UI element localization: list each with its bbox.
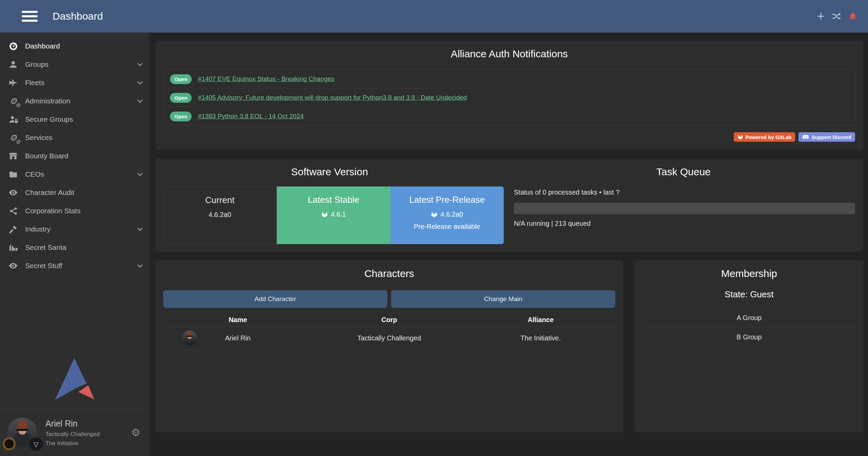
membership-groups: A Group B Group: [635, 308, 864, 347]
gifts-icon: [7, 242, 19, 253]
status-badge: Open: [170, 93, 192, 103]
version-number: 4.6.1: [331, 211, 346, 218]
sidebar-item-fleets[interactable]: Fleets: [0, 74, 149, 92]
characters-table-header: Name Corp Alliance: [162, 313, 616, 326]
software-version-section: Software Version Current 4.6.2a0 Latest …: [155, 159, 504, 252]
user-settings-gear-icon[interactable]: ⚙: [131, 428, 140, 438]
version-box-header: Current: [163, 195, 276, 205]
sidebar-item-label: Character Audit: [25, 189, 74, 197]
folder-icon: [7, 168, 19, 180]
sidebar-item-secret-stuff[interactable]: Secret Stuff: [0, 257, 149, 275]
sidebar-menu: Dashboard Groups Fleets ⚙⚙ Administratio…: [0, 33, 149, 275]
sidebar-item-label: CEOs: [25, 170, 44, 178]
sidebar-item-character-audit[interactable]: Character Audit: [0, 183, 149, 202]
menu-toggle-button[interactable]: [22, 11, 38, 22]
gitlab-icon: [431, 211, 438, 218]
top-navbar: Dashboard: [0, 0, 868, 33]
hammer-icon: [7, 223, 19, 235]
gears-icon: ⚙⚙: [7, 132, 19, 143]
user-info: Ariel Rin Tactically Challenged The Init…: [45, 419, 100, 447]
sidebar-item-label: Dashboard: [25, 42, 60, 50]
discord-badge-label: Support Discord: [811, 134, 851, 140]
column-header-corp: Corp: [313, 316, 465, 324]
share-nodes-icon: [7, 205, 19, 217]
characters-title: Characters: [155, 260, 623, 279]
character-alliance: The Initiative.: [465, 334, 616, 342]
notification-item: Open #1405 Advisory: Future development …: [163, 88, 855, 107]
membership-state: State: Guest: [635, 289, 864, 300]
gears-icon: ⚙⚙: [7, 95, 19, 107]
sidebar-item-label: Services: [25, 134, 53, 142]
gitlab-badge-label: Powered by GitLab: [746, 134, 792, 140]
sidebar-item-bounty-board[interactable]: Bounty Board: [0, 147, 149, 165]
character-row: Ariel Rin Tactically Challenged The Init…: [162, 326, 616, 350]
character-corp: Tactically Challenged: [313, 334, 465, 342]
notifications-panel: Alliance Auth Notifications Open #1407 E…: [155, 41, 863, 150]
sidebar-item-services[interactable]: ⚙⚙ Services: [0, 128, 149, 147]
user-lock-icon: [7, 114, 19, 125]
sidebar-item-dashboard[interactable]: Dashboard: [0, 37, 149, 55]
task-queue-section: Task Queue Status of 0 processed tasks •…: [504, 159, 863, 252]
version-number: 4.6.2a0: [209, 211, 231, 219]
chevron-down-icon: [136, 97, 144, 105]
status-badge: Open: [170, 74, 192, 84]
sidebar-item-administration[interactable]: ⚙⚙ Administration: [0, 92, 149, 110]
notification-bell-icon[interactable]: [848, 11, 858, 21]
notification-link[interactable]: #1383 Python 3.8 EOL - 14 Oct 2024: [198, 113, 304, 120]
user-alliance: The Initiative.: [45, 440, 100, 447]
version-box-header: Latest Pre-Release: [390, 195, 504, 205]
chevron-down-icon: [136, 262, 144, 270]
gauge-icon: [7, 40, 19, 52]
gitlab-icon: [737, 134, 743, 140]
notification-item: Open #1383 Python 3.8 EOL - 14 Oct 2024: [163, 107, 855, 125]
task-queue-status: Status of 0 processed tasks • last ?: [514, 189, 620, 196]
main-content: Alliance Auth Notifications Open #1407 E…: [149, 33, 868, 456]
sidebar: Dashboard Groups Fleets ⚙⚙ Administratio…: [0, 33, 149, 456]
status-badge: Open: [170, 112, 192, 121]
sidebar-item-label: Secure Groups: [25, 115, 73, 123]
version-number: 4.6.2a0: [440, 211, 463, 218]
navbar-actions: [816, 11, 858, 21]
chevron-down-icon: [136, 171, 144, 178]
character-buttons: Add Character Change Main: [163, 290, 615, 308]
page-title: Dashboard: [53, 11, 103, 22]
sidebar-item-label: Groups: [25, 60, 49, 68]
gitlab-badge[interactable]: Powered by GitLab: [734, 132, 795, 142]
version-prerelease-box: Latest Pre-Release 4.6.2a0 Pre-Release a…: [390, 186, 504, 244]
footer-badges: Powered by GitLab Support Discord: [734, 132, 855, 142]
group-list-item: B Group: [643, 328, 855, 347]
sidebar-item-ceos[interactable]: CEOs: [0, 165, 149, 183]
version-boxes: Current 4.6.2a0 Latest Stable 4.6.1 Late…: [163, 186, 504, 244]
notification-link[interactable]: #1407 EVE Equinox Status - Breaking Chan…: [198, 75, 334, 83]
change-main-button[interactable]: Change Main: [391, 290, 615, 308]
gitlab-icon: [321, 211, 328, 218]
notifications-title: Alliance Auth Notifications: [155, 41, 863, 60]
status-panel: Software Version Current 4.6.2a0 Latest …: [155, 159, 863, 252]
chevron-down-icon: [136, 61, 144, 68]
discord-icon: [802, 135, 809, 140]
sidebar-item-industry[interactable]: Industry: [0, 220, 149, 238]
sidebar-item-secret-santa[interactable]: Secret Santa: [0, 238, 149, 257]
discord-badge[interactable]: Support Discord: [798, 132, 855, 142]
sidebar-item-groups[interactable]: Groups: [0, 55, 149, 74]
chevron-down-icon: [136, 225, 144, 233]
fighter-jet-icon: [7, 77, 19, 88]
add-character-button[interactable]: Add Character: [163, 290, 387, 308]
version-stable-box: Latest Stable 4.6.1: [277, 186, 390, 244]
alliance-auth-logo: [0, 357, 149, 401]
notifications-list: Open #1407 EVE Equinox Status - Breaking…: [163, 70, 856, 126]
plus-icon[interactable]: [816, 11, 826, 21]
store-icon: [7, 150, 19, 162]
notification-link[interactable]: #1405 Advisory: Future development will …: [198, 94, 467, 101]
user-corp: Tactically Challenged: [45, 431, 100, 438]
version-current-box: Current 4.6.2a0: [163, 186, 277, 244]
eye-icon: [7, 260, 19, 272]
sidebar-item-corporation-stats[interactable]: Corporation Stats: [0, 202, 149, 220]
shuffle-icon[interactable]: [832, 11, 842, 21]
sidebar-item-label: Fleets: [25, 79, 44, 87]
task-queue-title: Task Queue: [504, 159, 863, 178]
sidebar-item-secure-groups[interactable]: Secure Groups: [0, 110, 149, 128]
software-version-title: Software Version: [155, 159, 504, 178]
column-header-name: Name: [162, 316, 313, 324]
user-avatar: ▽: [7, 418, 37, 448]
